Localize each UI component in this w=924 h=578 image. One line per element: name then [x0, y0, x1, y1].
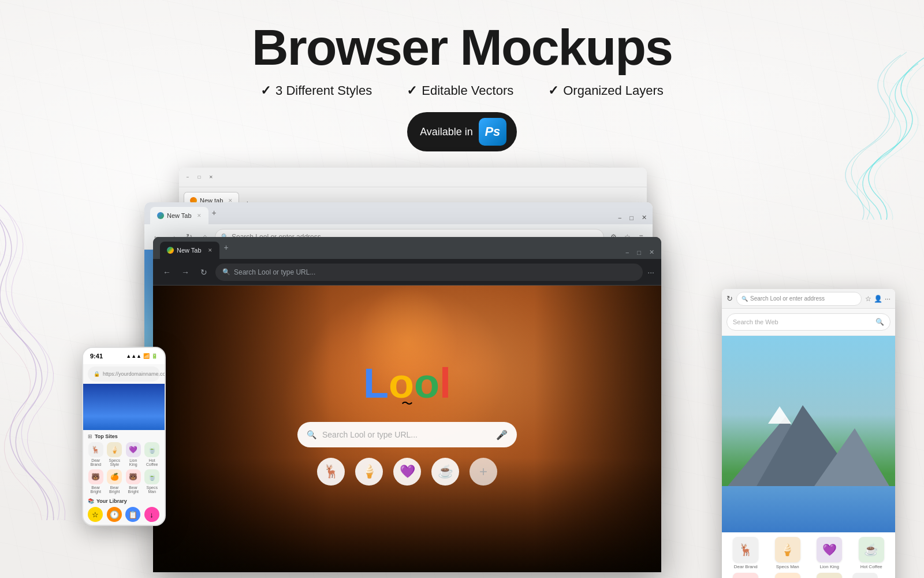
edge-site-icon-3: 💜	[817, 537, 842, 562]
mobile-site-icon-7: 🐻	[126, 469, 141, 484]
edge-sites-grid: 🦌 Dear Brand 🍦 Specs Man 💜 Lion King ☕ H…	[726, 537, 891, 569]
edge-search-bar[interactable]: Search the Web 🔍	[726, 313, 891, 331]
main-minimize[interactable]: −	[625, 249, 629, 256]
lool-search-text: Search Lool or type URL...	[322, 430, 490, 439]
edge-profile-icon[interactable]: 👤	[874, 295, 882, 303]
mobile-site-icon-6: 🍊	[107, 469, 122, 484]
feature-1-label: 3 Different Styles	[275, 83, 372, 98]
edge-site-icon-7: 🐻	[817, 573, 842, 578]
edge-add-site-button[interactable]: +	[852, 573, 878, 578]
edge-site-3[interactable]: 💜 Lion King	[810, 537, 849, 569]
ps-icon: Ps	[479, 118, 506, 146]
edge-site-7[interactable]: 🐻 Specs Man	[810, 573, 849, 578]
mobile-site-label-6: Bear Bright	[107, 486, 123, 494]
mobile-lib-grid: ☆ 🕐 📋 ↓	[88, 507, 160, 522]
ff-minimize-button[interactable]: −	[184, 173, 192, 181]
edge-site-label-2: Specs Man	[776, 564, 799, 569]
mobile-top-sites-section: ⊞ Top Sites 🦌 Dear Brand 🍦 Specs Style 💜…	[83, 430, 165, 496]
mobile-lib-icon: 📚	[88, 498, 94, 504]
firefox-titlebar: − □ ✕	[179, 168, 647, 187]
chrome-maximize[interactable]: □	[629, 214, 634, 221]
edge-site-icon-6: 🍊	[775, 573, 800, 578]
edge-site-6[interactable]: 🍊 Bear Bright	[769, 573, 807, 578]
feature-2-label: Editable Vectors	[422, 83, 513, 98]
edge-sites-grid-2: 🐻 Bear Bright 🍊 Bear Bright 🐻 Specs Man …	[726, 573, 891, 578]
chrome-titlebar: New Tab ✕ + − □ ✕	[144, 202, 653, 224]
mobile-section-header: ⊞ Top Sites	[88, 433, 160, 439]
edge-browser[interactable]: ↻ 🔍 Search Lool or enter address ☆ 👤 ···…	[722, 289, 895, 578]
main-address-bar[interactable]: 🔍 Search Lool or type URL...	[215, 264, 643, 281]
edge-fav-icon[interactable]: ☆	[865, 295, 871, 303]
ff-close-button[interactable]: ✕	[207, 173, 215, 181]
edge-lake	[722, 486, 895, 532]
main-new-tab-button[interactable]: +	[224, 243, 229, 252]
shortcut-4[interactable]: ☕	[431, 458, 459, 486]
main-back-button[interactable]: ←	[160, 265, 174, 279]
mobile-site-8[interactable]: 🍵 Specs Man	[144, 469, 161, 494]
edge-site-4[interactable]: ☕ Hot Coffee	[852, 537, 891, 569]
main-content: L o o l 〜 🔍 Search Lool or type URL... 🎤	[153, 286, 661, 572]
main-search-icon: 🔍	[222, 268, 230, 276]
shortcut-1[interactable]: 🦌	[317, 458, 345, 486]
main-tab[interactable]: New Tab ✕	[160, 242, 219, 259]
mobile-browser[interactable]: 9:41 ▲▲▲ 📶 🔋 🔒 https://yourdomainname.co…	[82, 347, 166, 526]
shortcut-3[interactable]: 💜	[393, 458, 421, 486]
lool-letter-l2: l	[439, 360, 451, 407]
feature-1: ✓ 3 Different Styles	[260, 83, 372, 98]
edge-more-icon[interactable]: ···	[885, 295, 891, 303]
mobile-site-5[interactable]: 🐻 Bear Bright	[88, 469, 104, 494]
main-forward-button[interactable]: →	[178, 265, 192, 279]
chrome-tab[interactable]: New Tab ✕	[150, 207, 208, 224]
edge-site-icon-2: 🍦	[775, 537, 800, 562]
chrome-tab-label: New Tab	[167, 212, 192, 219]
main-tab-close[interactable]: ✕	[208, 247, 213, 253]
mobile-site-label-1: Dear Brand	[88, 458, 104, 466]
chrome-tab-icon	[157, 212, 164, 219]
mobile-url-bar[interactable]: 🔒 https://yourdomainname.com	[88, 366, 160, 381]
mobile-site-7[interactable]: 🐻 Bear Bright	[125, 469, 141, 494]
edge-site-2[interactable]: 🍦 Specs Man	[769, 537, 807, 569]
main-more-button[interactable]: ···	[647, 268, 654, 277]
main-reload-button[interactable]: ↻	[197, 265, 211, 279]
main-maximize[interactable]: □	[637, 249, 641, 256]
check-icon-2: ✓	[407, 83, 417, 98]
edge-sites-section: 🦌 Dear Brand 🍦 Specs Man 💜 Lion King ☕ H…	[722, 532, 895, 578]
edge-site-icon-4: ☕	[859, 537, 884, 562]
mobile-site-6[interactable]: 🍊 Bear Bright	[107, 469, 123, 494]
main-tab-label: New Tab	[177, 247, 202, 254]
lool-search-bar[interactable]: 🔍 Search Lool or type URL... 🎤	[297, 422, 517, 447]
chrome-new-tab-button[interactable]: +	[212, 208, 217, 217]
edge-address-bar[interactable]: 🔍 Search Lool or enter address	[736, 292, 862, 306]
mobile-site-2[interactable]: 🍦 Specs Style	[107, 442, 123, 466]
mobile-url-text: https://yourdomainname.com	[103, 371, 166, 377]
main-close[interactable]: ✕	[649, 249, 654, 256]
ff-maximize-button[interactable]: □	[195, 173, 203, 181]
lool-shortcuts: 🦌 🍦 💜 ☕ +	[317, 458, 497, 486]
edge-search-button[interactable]: 🔍	[875, 318, 884, 326]
mobile-lib-btn-4[interactable]: ↓	[144, 507, 159, 522]
mobile-site-4[interactable]: 🍵 Hot Coffee	[144, 442, 161, 466]
shortcut-2[interactable]: 🍦	[355, 458, 383, 486]
mobile-site-3[interactable]: 💜 Lion King	[125, 442, 141, 466]
edge-site-1[interactable]: 🦌 Dear Brand	[726, 537, 765, 569]
feature-3: ✓ Organized Layers	[548, 83, 664, 98]
edge-reload-button[interactable]: ↻	[726, 294, 733, 303]
mobile-lib-btn-3[interactable]: 📋	[125, 507, 140, 522]
shortcut-add-button[interactable]: +	[470, 458, 497, 486]
mobile-lib-btn-2[interactable]: 🕐	[107, 507, 122, 522]
lool-mic-icon[interactable]: 🎤	[496, 429, 508, 440]
mobile-site-label-8: Specs Man	[144, 486, 161, 494]
mobile-site-1[interactable]: 🦌 Dear Brand	[88, 442, 104, 466]
edge-search-section: Search the Web 🔍	[722, 309, 895, 336]
chrome-minimize[interactable]: −	[618, 214, 621, 221]
chrome-tab-close[interactable]: ✕	[197, 213, 202, 218]
chrome-close[interactable]: ✕	[642, 214, 647, 221]
mobile-site-icon-4: 🍵	[144, 442, 159, 457]
main-browser[interactable]: New Tab ✕ + − □ ✕ ← → ↻ 🔍 Search Lool or…	[153, 237, 661, 572]
mobile-site-icon-1: 🦌	[88, 442, 103, 457]
mobile-lib-btn-1[interactable]: ☆	[88, 507, 103, 522]
check-icon-1: ✓	[260, 83, 271, 98]
main-navbar: ← → ↻ 🔍 Search Lool or type URL... ···	[153, 259, 661, 286]
edge-site-5[interactable]: 🐻 Bear Bright	[726, 573, 765, 578]
main-titlebar: New Tab ✕ + − □ ✕	[153, 237, 661, 259]
